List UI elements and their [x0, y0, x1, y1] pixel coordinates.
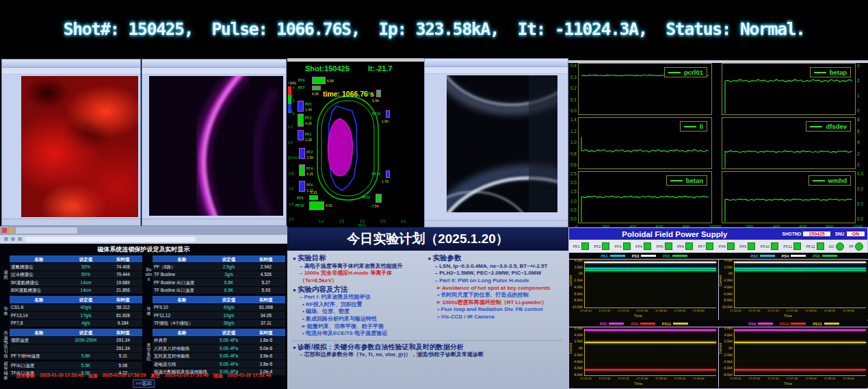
legend-line: [673, 323, 688, 325]
pf-indicator-label: PF1: [573, 244, 580, 249]
cell-setpoint: 14cm: [68, 287, 103, 294]
browser-tab-bar: [0, 226, 287, 235]
magnet-table: 名称设定值实时值PF9,1040g/s61.098PF11,1210g/s34.…: [153, 296, 285, 327]
pf-coil-label: PF7: [298, 86, 304, 90]
slide-bullet: Vis-CCD / IR Camera: [438, 314, 564, 321]
legend-label: betan: [686, 177, 703, 184]
scope-plot-betan: betan: [578, 171, 712, 223]
magnet-group: 导体名称设定值实时值PF9,1040g/s61.098PF11,1210g/s3…: [145, 296, 285, 327]
cell-name: PF出口温度: [10, 362, 68, 368]
pf-indicator-label: PF8: [719, 244, 726, 249]
column-header: 名称: [10, 329, 68, 336]
cell-realtime: 4.526: [247, 271, 285, 278]
slide-bullet: 高电子温度等离子体约束改善及性能提升: [300, 263, 428, 271]
pf-chart-legend: PS2PS4PS6: [719, 253, 868, 260]
window-titlebar[interactable]: [425, 59, 568, 67]
slide-bullet: 实验目标: [293, 253, 428, 263]
axis-tick-label: -4.0kA: [720, 360, 733, 364]
legend-label: wmhd: [828, 177, 847, 184]
axis-tick-label: 2.0kA: [720, 266, 733, 269]
axis-tick-label: -2.0kA: [570, 353, 583, 357]
axis-tick-label: 4.0kA: [570, 259, 583, 262]
window-menubar[interactable]: [425, 67, 568, 74]
pf-chart: Current4.0kA2.0kA.0A-2.0kA-4.0kA-6.0kA-8…: [719, 260, 868, 320]
browser-tab[interactable]: [16, 227, 77, 234]
magnet-table-header: 名称设定值实时值: [153, 329, 285, 336]
pf-indicator-label: PF10: [761, 244, 770, 249]
axis-tick-label: -8.0kA: [720, 299, 733, 302]
legend-label: PS9: [631, 322, 637, 326]
back-link[interactable]: >>返回: [133, 379, 155, 388]
legend-item: PS6: [813, 254, 837, 258]
axis-tick-label: 0: [857, 108, 860, 113]
pf-coil-box: [376, 194, 382, 203]
plasma-camera-image-visible: [447, 75, 557, 212]
legend-item: PS3: [632, 254, 656, 258]
status-light-icon: [836, 242, 844, 251]
power-trace-ps4: [735, 262, 866, 263]
legend-label: PS4: [782, 254, 789, 258]
axis-tick-label: 3: [857, 63, 860, 68]
axis-tick-label: 2.0kA: [720, 340, 733, 343]
axis-tick-label: 17:28:00: [655, 377, 667, 380]
pf-plot-area: [734, 261, 866, 308]
axis-tick-label: .0A: [720, 347, 733, 350]
pf-coil-box: [312, 86, 321, 90]
table-row: PF13,1417g/s61.928: [10, 312, 142, 318]
window-menubar[interactable]: [2, 68, 140, 75]
cell-name: TF绕组（4个绕组）: [153, 320, 211, 327]
pf-indicator-label: PF7: [698, 244, 705, 249]
column-header: 设定值: [211, 296, 246, 303]
url-field[interactable]: [25, 237, 196, 242]
magnet-group: 高温电流引线名称设定值实时值颈部温度320K-250K291.34291.34P…: [2, 329, 142, 360]
table-row: PF出口温度5.5K5.08: [10, 362, 142, 368]
column-header: 实时值: [247, 296, 285, 303]
cell-name: 液氮槽液位: [10, 263, 68, 270]
shot-status-banner: Shot#: 150425, Pulse: 1066.76S, Ip: 323.…: [0, 0, 868, 58]
scope-legend: li: [680, 121, 707, 131]
status-light-icon: [665, 242, 672, 250]
refresh-icon[interactable]: [18, 237, 22, 241]
pf-coil-box: [298, 101, 304, 112]
app-icon: [9, 228, 14, 233]
axis-tick-label: -4.0kA: [570, 360, 583, 364]
back-icon[interactable]: [4, 237, 8, 241]
axis-tick-label: 8: [857, 117, 860, 122]
legend-item: PS10: [780, 322, 806, 326]
status-light-icon: [644, 242, 651, 250]
pf-indicator-pf5: PF5: [656, 242, 672, 250]
window-titlebar[interactable]: [142, 60, 286, 68]
window-menubar[interactable]: [142, 68, 286, 75]
legend-label: PS2: [750, 254, 757, 258]
colorbar-label: I (kA): [288, 81, 296, 85]
legend-label: PS10: [780, 322, 789, 326]
cell-realtime: 291.34: [104, 344, 142, 351]
cell-name: 80K液氦槽液位: [10, 287, 68, 294]
axis-tick-label: 17:27:20: [618, 309, 629, 312]
magnet-table: 名称设定值实时值CS1-640g/s58.112PF13,1417g/s61.9…: [10, 296, 142, 327]
legend-line: [791, 255, 806, 257]
experiment-plan-slide: 今日实验计划（2025.1.20）实验目标高电子温度等离子体约束改善及性能提升1…: [287, 227, 568, 389]
legend-label: PS3: [632, 254, 639, 258]
slide-body: 实验目标高电子温度等离子体约束改善及性能提升1000s 完全非感应H-mode …: [287, 251, 568, 389]
cell-name: 老电流引线: [153, 360, 211, 367]
scope-legend: wmhd: [808, 175, 851, 186]
magnet-table: 名称设定值实时值外真空5.0E-4Pa1.8e-5八对及八对传输线5.0E-4P…: [153, 329, 285, 376]
cell-realtime: 37.11: [247, 320, 285, 327]
pf-chart-legend: PS7PS9PS11: [569, 321, 719, 327]
status-timestamp: 2025-01-20 17:53:43: [40, 373, 83, 379]
browser-address-bar[interactable]: [0, 235, 287, 243]
cell-name: PF7,8: [10, 320, 68, 327]
legend-item: PS8: [748, 322, 772, 326]
column-header: 设定值: [211, 329, 246, 336]
window-titlebar[interactable]: [2, 60, 140, 68]
x-axis-label: Time: [634, 314, 642, 318]
axis-tick-label: 2.5: [568, 171, 577, 176]
slide-bullet: 1000s 完全非感应H-mode 等离子体（Te>8.5keV）: [300, 270, 428, 284]
axis-tick-label: -6.0kA: [720, 292, 733, 296]
forward-icon[interactable]: [11, 237, 15, 241]
pf-indicator-pf3: PF3: [615, 242, 631, 250]
axis-tick-label: 2.0kA: [570, 340, 583, 343]
magnet-group: 真空系统名称设定值实时值外真空5.0E-4Pa1.8e-5八对及八对传输线5.0…: [145, 329, 285, 376]
axis-tick-label: 17:27:20: [767, 309, 779, 312]
